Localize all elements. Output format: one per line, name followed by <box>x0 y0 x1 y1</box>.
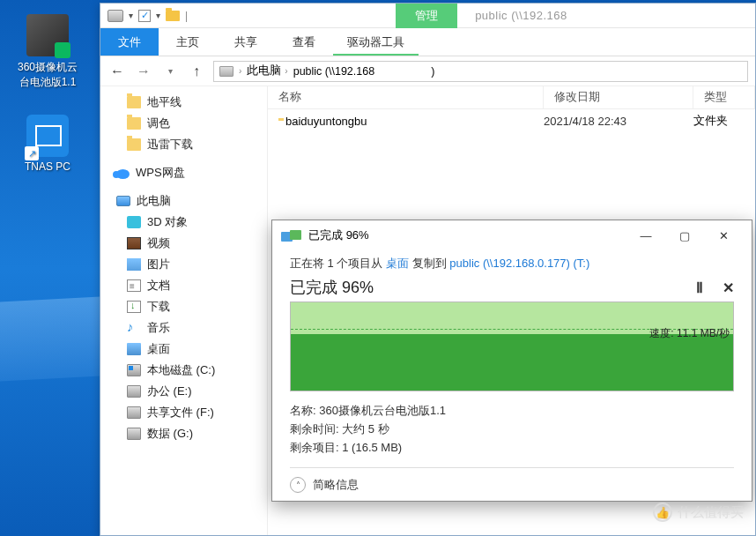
copy-source-link[interactable]: 桌面 <box>386 257 409 270</box>
drive-icon <box>219 66 233 77</box>
copy-progress-dialog: 已完成 96% — ▢ ✕ 正在将 1 个项目从 桌面 复制到 public (… <box>271 220 752 502</box>
drive-icon <box>107 10 123 22</box>
tab-home[interactable]: 主页 <box>159 28 217 56</box>
desktop-background: 360摄像机云台电池版1.1 TNAS PC ▾ ✓ ▾ | 管理 public… <box>0 0 756 536</box>
tree-item-label: 文档 <box>147 278 170 294</box>
file-type: 文件夹 <box>693 113 755 129</box>
qat-dropdown-icon[interactable]: ▾ <box>156 11 160 20</box>
dialog-title: 已完成 96% <box>308 227 369 243</box>
column-header-name[interactable]: 名称 <box>268 86 544 108</box>
cancel-button[interactable]: ✕ <box>723 279 734 296</box>
video-file-icon <box>26 14 69 56</box>
music-icon <box>127 322 141 334</box>
drive-icon <box>127 428 141 440</box>
watermark: 👍 什么值得买 <box>653 502 744 522</box>
doc-icon <box>127 279 141 292</box>
minimize-button[interactable]: — <box>626 223 665 248</box>
address-bar-row: ← → ▾ ↑ › 此电脑 › public (\\192.168) <box>100 56 755 86</box>
drive-icon <box>127 406 141 419</box>
tree-item[interactable]: 下载 <box>100 296 267 317</box>
video-icon <box>127 237 141 249</box>
maximize-button[interactable]: ▢ <box>665 223 704 248</box>
tree-item[interactable]: 图片 <box>100 254 267 275</box>
tree-item[interactable]: 共享文件 (F:) <box>100 402 267 423</box>
desktop-i-icon <box>127 343 141 355</box>
drive-icon <box>127 364 141 376</box>
breadcrumb-location[interactable]: public (\\192.168) <box>293 65 435 78</box>
tree-item-label: 本地磁盘 (C:) <box>147 362 215 378</box>
nav-back-button[interactable]: ← <box>107 62 127 81</box>
close-button[interactable]: ✕ <box>704 223 743 248</box>
breadcrumb-this-pc[interactable]: 此电脑 › <box>247 63 287 78</box>
tree-item[interactable]: 本地磁盘 (C:) <box>100 360 267 381</box>
tree-item-label: 图片 <box>147 257 170 272</box>
pause-button[interactable]: Ⅱ <box>696 279 703 296</box>
desktop-icon-label: TNAS PC <box>12 160 83 173</box>
desktop-shortcut-360[interactable]: 360摄像机云台电池版1.1 <box>12 14 83 90</box>
drive-icon <box>127 385 141 398</box>
progress-label: 已完成 96% <box>290 277 374 298</box>
tree-item-label: 迅雷下载 <box>147 137 193 153</box>
tab-view[interactable]: 查看 <box>275 28 333 56</box>
folder-icon <box>166 11 180 21</box>
qat-dropdown-icon[interactable]: ▾ <box>129 11 133 20</box>
tree-item-label: 地平线 <box>147 94 182 110</box>
tree-item[interactable]: 调色 <box>100 113 267 134</box>
speed-indicator: 速度: 11.1 MB/秒 <box>649 326 730 341</box>
dialog-title-bar[interactable]: 已完成 96% — ▢ ✕ <box>272 220 752 250</box>
copy-operation-icon <box>281 230 301 242</box>
tab-share[interactable]: 共享 <box>217 28 275 56</box>
copy-dest-link[interactable]: public (\\192.168.0.177) (T:) <box>449 257 589 270</box>
tree-item-label: 调色 <box>147 115 170 131</box>
desktop-shortcut-tnas[interactable]: TNAS PC <box>12 115 83 173</box>
copy-description: 正在将 1 个项目从 桌面 复制到 public (\\192.168.0.17… <box>290 256 734 272</box>
column-header-type[interactable]: 类型 <box>693 86 755 108</box>
quick-access-toolbar: ▾ ✓ ▾ | <box>100 10 195 22</box>
tree-item[interactable]: WPS网盘 <box>100 162 267 183</box>
nav-up-button[interactable]: ↑ <box>187 62 206 81</box>
tree-item-label: 音乐 <box>147 320 170 336</box>
tree-item[interactable]: 视频 <box>100 233 267 254</box>
tnas-app-icon <box>26 115 69 157</box>
manage-contextual-tab[interactable]: 管理 <box>396 4 457 28</box>
transfer-details: 名称: 360摄像机云台电池版1.1 剩余时间: 大约 5 秒 剩余项目: 1 … <box>290 402 734 457</box>
title-bar: ▾ ✓ ▾ | 管理 public (\\192.168 <box>100 4 755 28</box>
tab-file[interactable]: 文件 <box>100 28 159 56</box>
tree-item-label: 3D 对象 <box>147 214 188 230</box>
folder-icon <box>127 117 141 130</box>
transfer-speed-graph: 速度: 11.1 MB/秒 <box>290 302 734 391</box>
file-name: baiduyuntongbu <box>285 115 367 128</box>
tab-drive-tools[interactable]: 驱动器工具 <box>333 28 419 56</box>
address-bar[interactable]: › 此电脑 › public (\\192.168) <box>213 61 748 82</box>
tree-item[interactable]: 地平线 <box>100 92 267 113</box>
file-row[interactable]: baiduyuntongbu 2021/4/18 22:43 文件夹 <box>268 109 755 132</box>
checkbox-toggle-icon[interactable]: ✓ <box>138 10 151 22</box>
tree-item[interactable]: 3D 对象 <box>100 212 267 233</box>
chevron-up-icon: ˄ <box>290 477 306 493</box>
brief-info-toggle[interactable]: ˄ 简略信息 <box>290 467 734 493</box>
tree-item-label: WPS网盘 <box>136 165 185 181</box>
navigation-tree: 地平线调色迅雷下载WPS网盘此电脑3D 对象视频图片文档下载音乐桌面本地磁盘 (… <box>100 86 268 535</box>
tree-item-label: 视频 <box>147 235 170 251</box>
column-headers: 名称 修改日期 类型 <box>268 86 755 109</box>
download-icon <box>127 301 141 313</box>
desktop-icon-label: 360摄像机云台电池版1.1 <box>12 60 83 90</box>
nav-recent-dropdown[interactable]: ▾ <box>160 62 180 81</box>
chevron-right-icon[interactable]: › <box>239 66 241 76</box>
tree-item[interactable]: 桌面 <box>100 339 267 360</box>
tree-item[interactable]: 办公 (E:) <box>100 381 267 402</box>
nav-forward-button[interactable]: → <box>134 62 153 81</box>
tree-item-label: 此电脑 <box>137 193 171 209</box>
tree-item-label: 办公 (E:) <box>147 383 192 399</box>
image-icon <box>127 258 141 271</box>
tree-item-label: 数据 (G:) <box>147 426 193 442</box>
tree-item[interactable]: 音乐 <box>100 317 267 339</box>
tree-item[interactable]: 文档 <box>100 275 267 296</box>
column-header-date[interactable]: 修改日期 <box>544 86 693 108</box>
file-date: 2021/4/18 22:43 <box>544 115 693 128</box>
tree-item[interactable]: 数据 (G:) <box>100 423 267 444</box>
folder-icon <box>127 96 141 108</box>
tree-item[interactable]: 迅雷下载 <box>100 134 267 155</box>
tree-item[interactable]: 此电脑 <box>100 190 267 212</box>
pc-icon <box>116 196 130 206</box>
